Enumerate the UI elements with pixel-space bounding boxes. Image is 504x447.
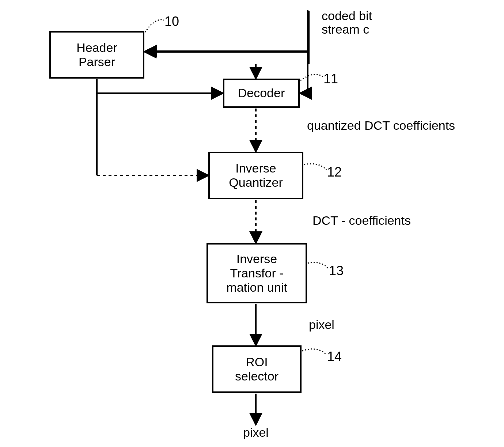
label-input: coded bit stream c: [322, 9, 372, 37]
label-quantized-dct: quantized DCT coefficients: [307, 119, 455, 132]
block-decoder: Decoder: [223, 79, 300, 108]
refnum-14: 14: [327, 349, 342, 364]
label-pixel-2: pixel: [243, 426, 269, 439]
refnum-13: 13: [329, 263, 344, 279]
block-header-parser-text: Header Parser: [76, 41, 117, 69]
label-pixel-1: pixel: [309, 318, 334, 332]
block-roi-selector-text: ROI selector: [235, 355, 278, 383]
block-inverse-transform: Inverse Transfor - mation unit: [206, 243, 307, 303]
block-inverse-transform-text: Inverse Transfor - mation unit: [226, 252, 287, 295]
block-roi-selector: ROI selector: [212, 345, 302, 393]
block-inverse-quantizer: Inverse Quantizer: [208, 152, 303, 199]
block-decoder-text: Decoder: [238, 86, 285, 100]
diagram-canvas: Header Parser Decoder Inverse Quantizer …: [0, 0, 504, 447]
refnum-10: 10: [164, 14, 179, 29]
refnum-11: 11: [323, 71, 338, 87]
refnum-12: 12: [327, 164, 342, 180]
label-dct: DCT - coefficients: [312, 214, 411, 227]
block-inverse-quantizer-text: Inverse Quantizer: [229, 161, 283, 190]
block-header-parser: Header Parser: [49, 31, 144, 79]
